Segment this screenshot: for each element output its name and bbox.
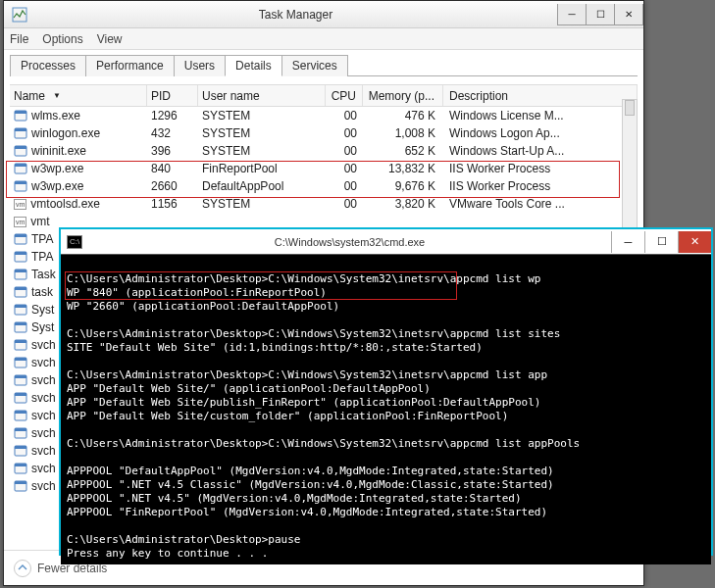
app-icon bbox=[14, 373, 27, 387]
cell-cpu: 00 bbox=[326, 162, 363, 175]
cell-name: svch bbox=[31, 479, 56, 493]
cmd-close-button[interactable]: ✕ bbox=[678, 231, 711, 253]
cell-name: wininit.exe bbox=[31, 144, 86, 158]
menu-options[interactable]: Options bbox=[42, 32, 82, 46]
col-name-label: Name bbox=[14, 89, 45, 103]
app-icon bbox=[14, 462, 27, 475]
cell-name: Task bbox=[31, 268, 56, 281]
app-icon bbox=[14, 250, 27, 264]
svg-rect-28 bbox=[15, 375, 26, 378]
cmd-titlebar[interactable]: C:\ C:\Windows\system32\cmd.exe ─ ☐ ✕ bbox=[61, 229, 711, 255]
app-icon bbox=[14, 232, 27, 246]
cell-pid: 1296 bbox=[147, 109, 198, 122]
table-row[interactable]: vmvmtoolsd.exe1156SYSTEM003,820 KVMware … bbox=[10, 195, 638, 213]
cell-desc: IIS Worker Process bbox=[443, 162, 638, 175]
tab-users[interactable]: Users bbox=[174, 55, 226, 76]
cell-cpu: 00 bbox=[326, 144, 363, 158]
menu-view[interactable]: View bbox=[97, 32, 123, 46]
svg-rect-8 bbox=[15, 164, 26, 167]
tab-details[interactable]: Details bbox=[225, 55, 282, 76]
col-desc[interactable]: Description bbox=[443, 85, 638, 106]
cell-name: vmtoolsd.exe bbox=[30, 197, 100, 211]
fewer-details-toggle[interactable] bbox=[14, 560, 31, 577]
cell-mem: 3,820 K bbox=[363, 197, 443, 211]
window-buttons: ─ ☐ ✕ bbox=[558, 4, 643, 25]
svg-rect-18 bbox=[15, 287, 26, 290]
svg-rect-6 bbox=[15, 146, 26, 149]
cmd-output[interactable]: C:\Users\Administrator\Desktop>C:\Window… bbox=[61, 255, 711, 564]
cell-name: Syst bbox=[31, 320, 54, 334]
cell-desc: Windows Start-Up A... bbox=[443, 144, 638, 158]
svg-rect-32 bbox=[15, 411, 26, 414]
cell-name: svch bbox=[31, 462, 56, 475]
table-row[interactable]: w3wp.exe2660DefaultAppPool009,676 KIIS W… bbox=[10, 177, 638, 195]
cell-name: wlms.exe bbox=[31, 109, 80, 122]
svg-rect-26 bbox=[15, 358, 26, 361]
col-pid[interactable]: PID bbox=[147, 85, 198, 106]
table-row[interactable]: w3wp.exe840FinReportPool0013,832 KIIS Wo… bbox=[10, 160, 638, 177]
app-icon bbox=[14, 179, 27, 193]
cell-name: vmt bbox=[30, 215, 49, 228]
svg-rect-0 bbox=[13, 8, 26, 22]
app-icon bbox=[14, 126, 27, 140]
grid-header[interactable]: Name ▼ PID User name CPU Memory (p... De… bbox=[10, 85, 638, 107]
menubar: File Options View bbox=[4, 28, 643, 50]
svg-rect-14 bbox=[15, 252, 26, 255]
cell-cpu: 00 bbox=[326, 179, 363, 193]
svg-rect-30 bbox=[15, 393, 26, 396]
cell-cpu: 00 bbox=[326, 197, 363, 211]
tab-performance[interactable]: Performance bbox=[85, 55, 175, 76]
app-icon bbox=[14, 109, 27, 122]
cell-name: w3wp.exe bbox=[31, 162, 83, 175]
svg-rect-4 bbox=[15, 128, 26, 131]
taskmgr-icon bbox=[12, 7, 27, 23]
tab-services[interactable]: Services bbox=[281, 55, 348, 76]
tabbar: Processes Performance Users Details Serv… bbox=[4, 50, 643, 75]
cell-desc: IIS Worker Process bbox=[443, 179, 638, 193]
svg-rect-16 bbox=[15, 270, 26, 272]
cmd-title: C:\Windows\system32\cmd.exe bbox=[88, 236, 611, 248]
table-row[interactable]: wininit.exe396SYSTEM00652 KWindows Start… bbox=[10, 142, 638, 160]
col-mem[interactable]: Memory (p... bbox=[363, 85, 443, 106]
svg-rect-36 bbox=[15, 446, 26, 449]
close-button[interactable]: ✕ bbox=[614, 4, 643, 25]
col-cpu[interactable]: CPU bbox=[326, 85, 363, 106]
cell-user: SYSTEM bbox=[198, 197, 326, 211]
cell-desc: Windows Logon Ap... bbox=[443, 126, 638, 140]
cell-name: w3wp.exe bbox=[31, 179, 83, 193]
cell-name: svch bbox=[31, 391, 56, 405]
cmd-window-buttons: ─ ☐ ✕ bbox=[611, 231, 711, 253]
menu-file[interactable]: File bbox=[10, 32, 28, 46]
minimize-button[interactable]: ─ bbox=[557, 4, 587, 25]
cell-pid: 840 bbox=[147, 162, 198, 175]
cmd-icon: C:\ bbox=[67, 235, 82, 249]
tab-processes[interactable]: Processes bbox=[10, 55, 86, 76]
cmd-maximize-button[interactable]: ☐ bbox=[644, 231, 678, 253]
cell-name: task bbox=[31, 285, 53, 299]
app-icon bbox=[14, 338, 27, 352]
titlebar[interactable]: Task Manager ─ ☐ ✕ bbox=[4, 1, 643, 28]
cell-mem: 652 K bbox=[363, 144, 443, 158]
table-row[interactable]: wlms.exe1296SYSTEM00476 KWindows License… bbox=[10, 107, 638, 124]
vm-icon: vm bbox=[14, 217, 26, 227]
cmd-minimize-button[interactable]: ─ bbox=[611, 231, 644, 253]
app-icon bbox=[14, 356, 27, 369]
cell-name: Syst bbox=[31, 303, 54, 317]
cell-user: DefaultAppPool bbox=[198, 179, 326, 193]
cell-name: svch bbox=[31, 356, 56, 369]
window-title: Task Manager bbox=[33, 8, 558, 22]
cell-name: svch bbox=[31, 409, 56, 422]
cell-name: svch bbox=[31, 373, 56, 387]
maximize-button[interactable]: ☐ bbox=[586, 4, 615, 25]
app-icon bbox=[14, 162, 27, 175]
cell-user: SYSTEM bbox=[198, 109, 326, 122]
app-icon bbox=[14, 268, 27, 281]
col-name[interactable]: Name ▼ bbox=[10, 85, 147, 106]
col-user[interactable]: User name bbox=[198, 85, 326, 106]
cell-cpu: 00 bbox=[326, 109, 363, 122]
cell-user: SYSTEM bbox=[198, 126, 326, 140]
table-row[interactable]: winlogon.exe432SYSTEM001,008 KWindows Lo… bbox=[10, 124, 638, 142]
cell-desc: VMware Tools Core ... bbox=[443, 197, 638, 211]
cell-pid: 2660 bbox=[147, 179, 198, 193]
cell-mem: 1,008 K bbox=[363, 126, 443, 140]
